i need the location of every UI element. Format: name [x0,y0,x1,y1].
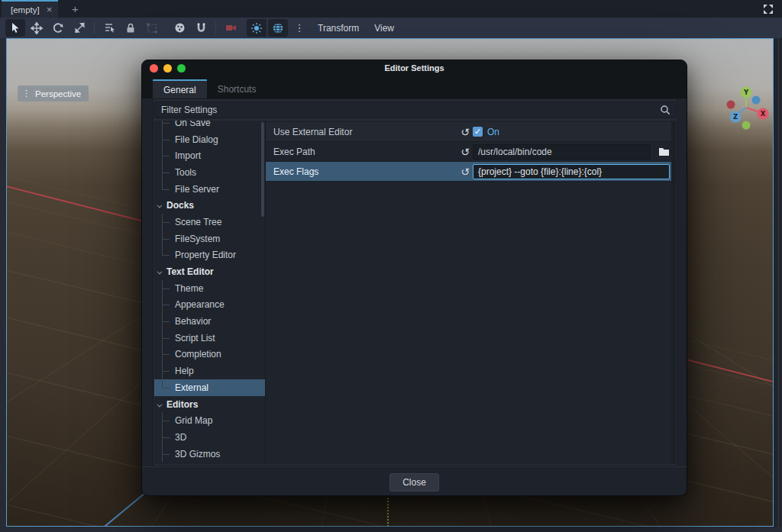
y-axis-line [387,498,389,527]
sidebar-item-on-save[interactable]: On Save [154,121,265,131]
sidebar-item-3d[interactable]: 3D [154,429,265,446]
sidebar-item-behavior[interactable]: Behavior [154,313,265,330]
svg-text:Y: Y [743,89,749,96]
sun-environment-menu-icon[interactable]: ⋮ [289,19,309,37]
drag-handle-icon: ⋮ [22,89,31,98]
svg-text:X: X [761,110,766,118]
scene-tab-empty[interactable]: [empty] × [2,0,58,18]
move-tool-icon[interactable] [27,19,47,37]
revert-icon[interactable]: ↺ [457,166,473,178]
search-icon [660,105,671,115]
sidebar-item-3d-gizmos[interactable]: 3D Gizmos [154,446,265,463]
exec-path-input[interactable] [473,144,651,160]
property-row-exec-flags[interactable]: Exec Flags ↺ [266,162,676,182]
sidebar-item-scene-tree[interactable]: Scene Tree [154,214,265,231]
sidebar-item-theme[interactable]: Theme [154,280,265,297]
sidebar-item-file-dialog[interactable]: File Dialog [154,131,265,148]
list-select-tool-icon[interactable] [99,19,119,37]
scene-tab-label: [empty] [11,5,40,15]
settings-section-tree: On Save File Dialog Import Tools File Se… [154,121,266,464]
property-scrollbar[interactable] [671,121,676,464]
dialog-tab-bar: General Shortcuts [142,76,687,98]
sidebar-item-help[interactable]: Help [154,363,265,379]
neg-z-ball [752,96,761,105]
settings-panel: On Save File Dialog Import Tools File Se… [153,98,677,466]
close-icon[interactable]: × [47,5,53,15]
godot-editor-window: [empty] × + [0,0,782,532]
override-camera-icon[interactable] [221,19,241,37]
sidebar-item-filesystem[interactable]: FileSystem [154,231,265,247]
right-dock-edge [774,38,782,527]
revert-icon[interactable]: ↺ [457,146,473,158]
rotate-tool-icon[interactable] [48,19,68,37]
axis-gizmo[interactable]: Y X Z [722,83,772,134]
sidebar-scrollbar[interactable] [261,122,264,217]
dialog-titlebar[interactable]: Editor Settings [142,60,687,76]
scene-tab-bar: [empty] × + [0,0,782,18]
dialog-footer: Close [142,466,687,496]
add-scene-tab-button[interactable]: + [67,0,83,18]
svg-text:Z: Z [733,113,738,121]
snap-magnet-icon[interactable] [191,19,211,37]
perspective-label: Perspective [35,89,81,98]
local-space-icon[interactable] [170,19,189,37]
preview-sun-icon[interactable] [247,19,267,37]
sidebar-item-property-editor[interactable]: Property Editor [154,247,265,264]
sidebar-item-tools[interactable]: Tools [154,164,265,181]
sidebar-item-completion[interactable]: Completion [154,347,265,363]
folder-icon[interactable] [655,144,672,160]
viewport-toolbar: ⋮ Transform View [0,18,782,38]
sidebar-section-docks[interactable]: Docks [154,197,265,214]
toolbar-separator [215,22,216,34]
exec-flags-input[interactable] [473,164,670,179]
tab-general[interactable]: General [153,79,207,98]
property-row-exec-path[interactable]: Exec Path ↺ [266,142,676,162]
transform-menu[interactable]: Transform [310,23,367,34]
sidebar-item-appearance[interactable]: Appearance [154,297,265,314]
filter-settings-input[interactable] [154,102,676,118]
neg-y-ball [742,121,751,130]
select-tool-icon[interactable] [5,19,25,37]
expand-icon[interactable] [762,3,774,15]
toolbar-separator [94,22,95,34]
view-menu[interactable]: View [367,23,402,34]
group-icon[interactable] [142,19,162,37]
preview-environment-icon[interactable] [268,19,288,37]
revert-icon[interactable]: ↺ [457,126,473,138]
use-external-editor-checkbox[interactable]: ✓ [473,127,483,137]
chevron-down-icon [157,203,162,208]
sidebar-item-script-list[interactable]: Script List [154,330,265,347]
bottom-edge [0,527,782,532]
sidebar-item-grid-map[interactable]: Grid Map [154,412,265,429]
property-list: Use External Editor ↺ ✓ On Exec Path ↺ [266,121,676,464]
sidebar-item-external[interactable]: External [154,379,265,396]
chevron-down-icon [157,269,162,274]
editor-settings-dialog: Editor Settings General Shortcuts On Sav… [141,60,687,496]
property-row-use-external-editor[interactable]: Use External Editor ↺ ✓ On [266,122,676,142]
sidebar-item-file-server[interactable]: File Server [154,181,265,198]
close-button[interactable]: Close [389,473,439,492]
checkbox-state-label: On [487,127,499,137]
neg-x-ball [727,101,735,109]
perspective-menu-button[interactable]: ⋮ Perspective [18,85,89,102]
tab-shortcuts[interactable]: Shortcuts [207,79,267,98]
scale-tool-icon[interactable] [69,19,89,37]
dialog-title: Editor Settings [142,63,687,73]
chevron-down-icon [157,402,162,407]
sidebar-item-import[interactable]: Import [154,147,265,164]
lock-icon[interactable] [121,19,141,37]
sidebar-section-editors[interactable]: Editors [154,396,265,413]
sidebar-section-text-editor[interactable]: Text Editor [154,263,265,280]
